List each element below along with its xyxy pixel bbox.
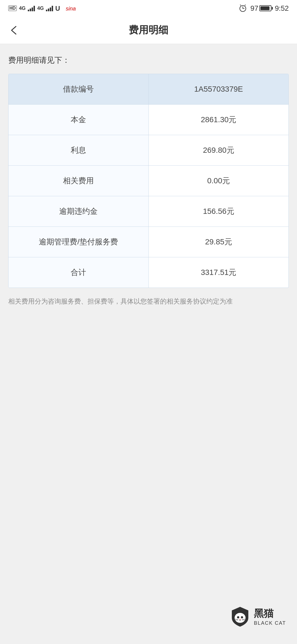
table-row: 逾期管理费/垫付服务费 29.85元 (9, 227, 288, 257)
battery-icon (259, 5, 271, 11)
table-cell-label: 本金 (9, 105, 149, 135)
table-cell-label: 逾期违约金 (9, 196, 149, 227)
table-cell-value: 3317.51元 (149, 257, 289, 288)
page-header: 费用明细 (0, 17, 297, 44)
table-cell-label: 合计 (9, 257, 149, 288)
status-left: HD 4G 4G U sina (8, 4, 79, 12)
table-cell-value: 2861.30元 (149, 105, 289, 135)
hd-badge: HD (8, 6, 17, 11)
svg-line-6 (245, 5, 246, 6)
logo-main-text: 黑猫 (254, 607, 274, 620)
content-area: 费用明细请见下： 借款编号 1A55703379E 本金 2861.30元 利息… (0, 44, 297, 318)
blackcat-logo-icon (229, 605, 251, 627)
status-time: 9:52 (275, 4, 289, 13)
logo-watermark: 黑猫 BLACK CAT (229, 605, 286, 627)
table-cell-label: 相关费用 (9, 166, 149, 196)
table-row: 逾期违约金 156.56元 (9, 196, 288, 227)
u-icon: U (55, 4, 64, 12)
svg-point-10 (237, 616, 239, 618)
page-title: 费用明细 (129, 23, 168, 37)
svg-line-5 (240, 5, 241, 6)
svg-point-7 (235, 613, 246, 623)
network-4g-left: 4G (19, 6, 26, 11)
back-button[interactable] (8, 25, 19, 36)
sina-icon: sina (66, 4, 79, 12)
svg-text:sina: sina (66, 6, 76, 12)
alarm-icon (239, 4, 247, 12)
table-cell-label: 借款编号 (9, 74, 149, 104)
table-row: 本金 2861.30元 (9, 105, 288, 135)
status-bar: HD 4G 4G U sina 97 9:52 (0, 0, 297, 17)
signal-bar-1 (28, 5, 35, 11)
table-row: 合计 3317.51元 (9, 257, 288, 288)
logo-sub-text: BLACK CAT (254, 620, 286, 626)
table-row: 利息 269.80元 (9, 135, 288, 166)
svg-point-11 (241, 616, 243, 618)
fee-table: 借款编号 1A55703379E 本金 2861.30元 利息 269.80元 … (8, 74, 289, 288)
table-cell-value: 1A55703379E (149, 74, 289, 104)
table-row: 相关费用 0.00元 (9, 166, 288, 196)
svg-point-12 (239, 619, 241, 620)
table-row: 借款编号 1A55703379E (9, 74, 288, 105)
fee-note: 相关费用分为咨询服务费、担保费等，具体以您签署的相关服务协议约定为准 (8, 296, 289, 307)
table-cell-value: 269.80元 (149, 135, 289, 165)
signal-bar-2 (46, 5, 53, 11)
status-right: 97 9:52 (239, 4, 289, 13)
table-cell-value: 0.00元 (149, 166, 289, 196)
battery-container: 97 (250, 4, 271, 13)
battery-level: 97 (250, 4, 258, 13)
content-subtitle: 费用明细请见下： (8, 55, 289, 66)
table-cell-value: 156.56元 (149, 196, 289, 227)
table-cell-value: 29.85元 (149, 227, 289, 257)
logo-text: 黑猫 BLACK CAT (254, 607, 286, 626)
network-4g-right: 4G (37, 6, 44, 11)
table-cell-label: 利息 (9, 135, 149, 165)
table-cell-label: 逾期管理费/垫付服务费 (9, 227, 149, 257)
svg-text:U: U (55, 5, 60, 12)
